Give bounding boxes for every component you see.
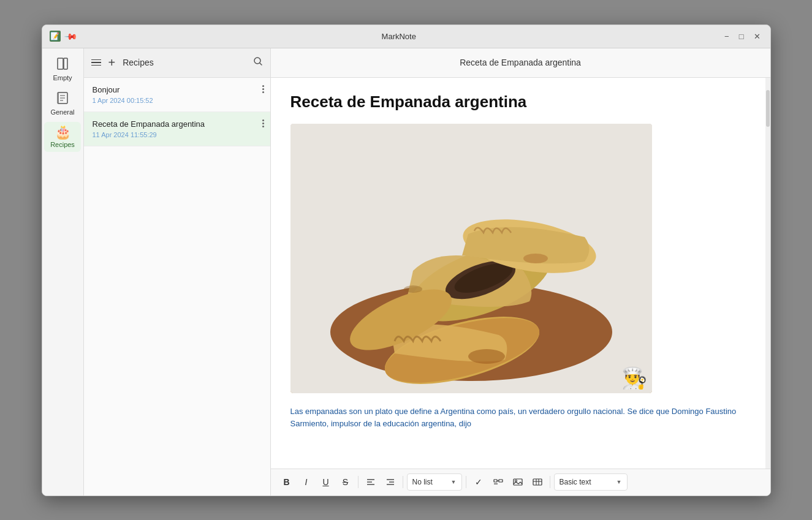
check-icon: ✓ [475, 477, 482, 487]
svg-rect-31 [514, 479, 522, 485]
note-item-bonjour[interactable]: Bonjour 1 Apr 2024 00:15:52 [84, 78, 270, 112]
scrollbar-thumb[interactable] [766, 90, 770, 127]
menu-button[interactable] [91, 59, 101, 66]
editor-header-title: Receta de Empanada argentina [460, 58, 581, 67]
note-list-panel: + Recipes Bonjour 1 Apr 2024 00:15:52 [84, 48, 271, 496]
sidebar: Empty General 🎂 Recipes [42, 48, 84, 496]
svg-rect-0 [58, 58, 63, 69]
app-title: MarkNote [76, 32, 723, 41]
svg-rect-27 [494, 480, 497, 482]
sidebar-label-empty: Empty [53, 74, 72, 81]
maximize-button[interactable]: □ [737, 31, 746, 42]
chef-emoji: 👨‍🍳 [621, 367, 647, 388]
close-button[interactable]: ✕ [751, 31, 763, 42]
list-style-select[interactable]: No list ▼ [407, 473, 462, 491]
align-right-button[interactable] [382, 473, 399, 491]
title-bar-left: 📝 📌 [50, 31, 76, 42]
sidebar-item-empty[interactable]: Empty [44, 53, 81, 85]
toolbar-sep-4 [550, 476, 550, 488]
svg-line-8 [260, 63, 262, 65]
text-style-select[interactable]: Basic text ▼ [554, 473, 628, 491]
svg-rect-33 [533, 479, 542, 485]
editor-header: Receta de Empanada argentina [271, 48, 770, 78]
editor-toolbar: B I U S [271, 469, 770, 496]
note-item-empanada[interactable]: Receta de Empanada argentina 11 Apr 2024… [84, 112, 270, 146]
note-menu-bonjour[interactable] [262, 85, 264, 93]
app-icon: 📝 [50, 31, 61, 42]
check-button[interactable]: ✓ [470, 473, 487, 491]
note-menu-empanada[interactable] [262, 119, 264, 127]
svg-rect-1 [64, 58, 67, 69]
editor-panel: Receta de Empanada argentina Receta de E… [271, 48, 770, 496]
svg-rect-6 [57, 93, 59, 103]
minimize-button[interactable]: − [722, 31, 732, 42]
note-list-title: Recipes [123, 58, 154, 67]
list-style-chevron: ▼ [451, 479, 457, 485]
note-image: 👨‍🍳 [290, 124, 652, 393]
table-button[interactable] [529, 473, 546, 491]
search-button[interactable] [253, 56, 263, 69]
scrollbar-track[interactable] [765, 78, 770, 469]
empty-icon [56, 57, 69, 72]
svg-point-20 [404, 285, 422, 293]
note-list-content: Bonjour 1 Apr 2024 00:15:52 Receta de Em… [84, 78, 270, 496]
title-bar: 📝 📌 MarkNote − □ ✕ [42, 25, 770, 48]
toolbar-sep-1 [358, 476, 359, 488]
toolbar-sep-2 [403, 476, 403, 488]
main-layout: Empty General 🎂 Recipes [42, 48, 770, 496]
editor-body[interactable]: Receta de Empanada argentina [271, 78, 770, 469]
italic-button[interactable]: I [298, 473, 315, 491]
strikethrough-button[interactable]: S [337, 473, 354, 491]
list-style-value: No list [412, 478, 433, 486]
note-date-bonjour: 1 Apr 2024 00:15:52 [93, 97, 262, 104]
bold-button[interactable]: B [278, 473, 295, 491]
align-left-button[interactable] [362, 473, 379, 491]
svg-rect-28 [499, 480, 503, 482]
general-icon [56, 91, 69, 107]
empanada-image: 👨‍🍳 [290, 124, 652, 393]
svg-point-32 [515, 480, 517, 482]
sidebar-label-general: General [50, 108, 74, 116]
underline-button[interactable]: U [317, 473, 335, 491]
toolbar-sep-3 [466, 476, 466, 488]
editor-content-text: Las empanadas son un plato que define a … [290, 405, 751, 431]
note-list-header: + Recipes [84, 48, 270, 78]
image-button[interactable] [509, 473, 526, 491]
note-title-empanada: Receta de Empanada argentina [93, 119, 262, 129]
sidebar-label-recipes: Recipes [50, 141, 75, 148]
sidebar-item-general[interactable]: General [44, 88, 81, 119]
add-note-button[interactable]: + [108, 56, 116, 69]
note-list-header-left: + Recipes [91, 56, 154, 69]
svg-point-19 [523, 254, 548, 263]
text-style-value: Basic text [560, 478, 591, 486]
note-title-bonjour: Bonjour [93, 85, 262, 94]
note-title-display: Receta de Empanada argentina [290, 92, 751, 111]
sidebar-item-recipes[interactable]: 🎂 Recipes [44, 122, 81, 152]
window-controls: − □ ✕ [722, 31, 762, 42]
svg-point-18 [468, 349, 505, 364]
text-style-chevron: ▼ [617, 479, 622, 485]
move-button[interactable] [490, 473, 507, 491]
note-date-empanada: 11 Apr 2024 11:55:29 [93, 131, 262, 138]
recipes-icon: 🎂 [55, 126, 71, 139]
